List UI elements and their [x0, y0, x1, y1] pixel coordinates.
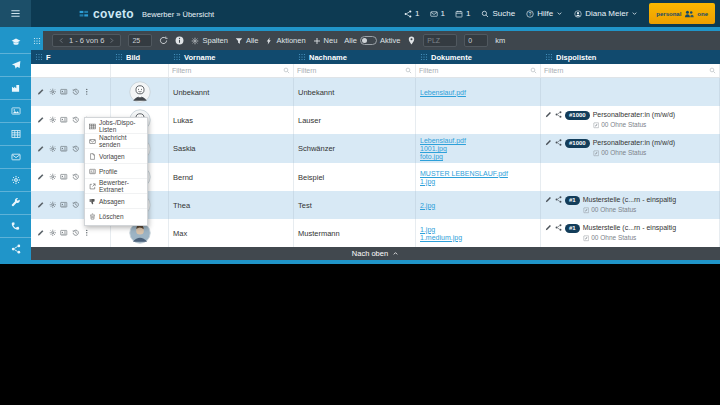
- history-icon[interactable]: [72, 116, 80, 124]
- table-row[interactable]: Unbekannt Unbekannt Lebenslauf.pdf: [31, 78, 720, 106]
- sidebar-item-factory[interactable]: [0, 77, 31, 100]
- profile-card-icon[interactable]: [60, 201, 68, 209]
- status-edit-icon[interactable]: [593, 150, 600, 157]
- history-icon[interactable]: [72, 229, 80, 237]
- dispo-share-icon[interactable]: [555, 224, 562, 231]
- radius-input[interactable]: [464, 34, 488, 47]
- settings-icon[interactable]: [49, 145, 57, 153]
- status-edit-icon[interactable]: [583, 235, 590, 242]
- edit-icon[interactable]: [37, 116, 45, 124]
- filter-nachname-input[interactable]: [297, 67, 389, 74]
- pagination[interactable]: 1 - 6 von 6: [52, 34, 121, 47]
- calendar-badge[interactable]: 1: [455, 9, 470, 18]
- sidebar-item-graduation-cap[interactable]: [0, 31, 31, 54]
- edit-icon[interactable]: [37, 88, 45, 96]
- drag-grip-icon[interactable]: [115, 53, 123, 61]
- dispo-edit-icon[interactable]: [545, 111, 552, 118]
- dispo-share-icon[interactable]: [555, 111, 562, 118]
- sidebar-item-gear[interactable]: [0, 169, 31, 192]
- history-icon[interactable]: [72, 201, 80, 209]
- brand-button[interactable]: personal one: [649, 3, 715, 24]
- share-nodes-badge[interactable]: 1: [404, 9, 419, 18]
- dispo-edit-icon[interactable]: [545, 139, 552, 146]
- menu-item-profile[interactable]: Profile: [85, 164, 147, 179]
- new-button[interactable]: Neu: [313, 36, 338, 45]
- document-link[interactable]: 1001.jpg: [420, 145, 540, 152]
- edit-icon[interactable]: [37, 201, 45, 209]
- settings-icon[interactable]: [49, 116, 57, 124]
- sidebar-item-wrench[interactable]: [0, 192, 31, 215]
- settings-icon[interactable]: [49, 88, 57, 96]
- columns-button[interactable]: Spalten: [191, 36, 227, 45]
- toolbar-menu-button[interactable]: [31, 31, 43, 50]
- profile-card-icon[interactable]: [60, 88, 68, 96]
- filter-dispolisten-input[interactable]: [544, 67, 682, 74]
- search-button[interactable]: Suche: [481, 9, 515, 18]
- toggle-switch[interactable]: [360, 36, 377, 45]
- next-page-icon[interactable]: [108, 37, 115, 44]
- dispo-edit-icon[interactable]: [545, 196, 552, 203]
- sidebar-item-tableicon[interactable]: [0, 123, 31, 146]
- back-to-top-button[interactable]: Nach oben: [31, 247, 720, 260]
- drag-grip-icon[interactable]: [420, 53, 428, 61]
- actions-button[interactable]: Aktionen: [265, 36, 305, 45]
- filter-all-button[interactable]: Alle: [235, 36, 259, 45]
- more-actions-icon[interactable]: [83, 88, 91, 96]
- drag-grip-icon[interactable]: [35, 53, 43, 61]
- document-link[interactable]: 1.medium.jpg: [420, 234, 540, 241]
- drag-grip-icon[interactable]: [545, 53, 553, 61]
- plz-input[interactable]: [423, 34, 457, 47]
- column-header-vorname[interactable]: Vorname: [169, 50, 294, 64]
- dispo-share-icon[interactable]: [555, 139, 562, 146]
- logo[interactable]: coveto: [79, 7, 134, 21]
- menu-item-vorlagen[interactable]: Vorlagen: [85, 149, 147, 164]
- edit-icon[interactable]: [37, 173, 45, 181]
- column-header-f[interactable]: F: [31, 50, 111, 64]
- document-link[interactable]: Lebenslauf.pdf: [420, 137, 540, 144]
- document-link[interactable]: 1.jpg: [420, 178, 540, 185]
- drag-grip-icon[interactable]: [298, 53, 306, 61]
- document-link[interactable]: 2.jpg: [420, 202, 540, 209]
- sidebar-item-phone[interactable]: [0, 215, 31, 238]
- map-pin-icon[interactable]: [407, 36, 416, 45]
- filter-dokumente-input[interactable]: [419, 67, 513, 74]
- status-edit-icon[interactable]: [593, 122, 600, 129]
- profile-card-icon[interactable]: [60, 173, 68, 181]
- search-icon[interactable]: [530, 67, 537, 74]
- drag-grip-icon[interactable]: [173, 53, 181, 61]
- filter-vorname-input[interactable]: [172, 67, 266, 74]
- settings-icon[interactable]: [49, 229, 57, 237]
- menu-item-löschen[interactable]: Löschen: [85, 209, 147, 224]
- menu-item-jobs-dispo-listen[interactable]: Jobs-/Dispo-Listen: [85, 119, 147, 134]
- refresh-icon[interactable]: [159, 36, 168, 45]
- edit-icon[interactable]: [37, 145, 45, 153]
- prev-page-icon[interactable]: [58, 37, 65, 44]
- search-icon[interactable]: [283, 67, 290, 74]
- settings-icon[interactable]: [49, 201, 57, 209]
- main-menu-button[interactable]: [0, 0, 31, 27]
- info-icon[interactable]: [175, 36, 184, 45]
- profile-card-icon[interactable]: [60, 116, 68, 124]
- history-icon[interactable]: [72, 145, 80, 153]
- user-menu[interactable]: Diana Meier: [574, 9, 638, 18]
- history-icon[interactable]: [72, 88, 80, 96]
- sidebar-item-paper-plane[interactable]: [0, 54, 31, 77]
- profile-card-icon[interactable]: [60, 145, 68, 153]
- settings-icon[interactable]: [49, 173, 57, 181]
- dispo-edit-icon[interactable]: [545, 224, 552, 231]
- applicant-avatar[interactable]: [129, 81, 151, 103]
- active-toggle[interactable]: Alle Aktive: [344, 36, 400, 45]
- envelope-badge[interactable]: 1: [430, 9, 445, 18]
- document-link[interactable]: Lebenslauf.pdf: [420, 89, 540, 96]
- menu-item-absagen[interactable]: Absagen: [85, 194, 147, 209]
- page-size-input[interactable]: [128, 34, 152, 47]
- document-link[interactable]: MUSTER LEBENSLAUF.pdf: [420, 170, 540, 177]
- sidebar-item-share-nodes[interactable]: [0, 238, 31, 261]
- column-header-dispolisten[interactable]: Dispolisten: [541, 50, 720, 64]
- sidebar-item-image[interactable]: [0, 100, 31, 123]
- search-icon[interactable]: [405, 67, 412, 74]
- menu-item-bewerber-extranet[interactable]: Bewerber-Extranet: [85, 179, 147, 194]
- document-link[interactable]: foto.jpg: [420, 153, 540, 160]
- dispo-share-icon[interactable]: [555, 196, 562, 203]
- document-link[interactable]: 1.jpg: [420, 226, 540, 233]
